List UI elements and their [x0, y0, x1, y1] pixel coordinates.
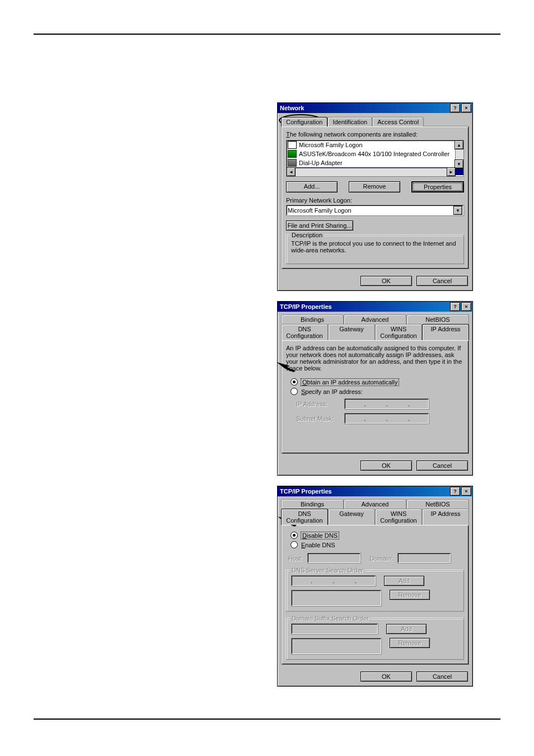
radio-disable-dns[interactable]: Disable DNS: [291, 532, 464, 539]
tab-label: Advanced: [362, 316, 389, 323]
add-label: Add: [399, 577, 410, 584]
tcpip-ip-tabs: Bindings Advanced NetBIOS DNS Configurat…: [278, 312, 472, 340]
primary-logon-value: Microsoft Family Logon: [288, 207, 352, 214]
domain-input: [397, 553, 451, 564]
radio-obtain-auto[interactable]: Obtain an IP address automatically: [291, 378, 464, 386]
radio-icon: [291, 388, 298, 395]
tab-label: NetBIOS: [425, 316, 449, 323]
properties-button-label: Properties: [424, 184, 452, 190]
description-group: Description TCP/IP is the protocol you u…: [286, 235, 464, 264]
tab-label: Gateway: [339, 510, 363, 517]
dial-icon: [288, 159, 297, 167]
help-icon[interactable]: ?: [450, 487, 460, 496]
tab-netbios[interactable]: NetBIOS: [406, 499, 469, 509]
page-rule-top: [34, 34, 500, 35]
remove-label: Remove: [399, 640, 421, 646]
file-print-sharing-button[interactable]: File and Print Sharing...: [286, 220, 353, 231]
dns-server-order-group: DNS Server Search Order ... Add Remove: [286, 570, 464, 612]
close-icon[interactable]: ×: [461, 487, 471, 496]
scroll-down-icon[interactable]: ▼: [455, 159, 463, 168]
list-item[interactable]: ASUSTeK/Broadcom 440x 10/100 Integrated …: [287, 149, 463, 158]
cancel-button[interactable]: Cancel: [416, 672, 468, 682]
tab-wins[interactable]: WINS Configuration: [375, 509, 422, 525]
tab-advanced[interactable]: Advanced: [344, 499, 406, 509]
close-icon[interactable]: ×: [461, 104, 471, 112]
tab-label: IP Address: [431, 510, 461, 517]
ok-button[interactable]: OK: [360, 276, 412, 286]
tab-wins[interactable]: WINS Configuration: [375, 324, 422, 340]
radio-specify-label: Specify an IP address:: [301, 388, 363, 395]
suffix-order-legend: Domain Suffix Search Order: [290, 615, 370, 622]
network-panel: The following network components are ins…: [281, 126, 469, 269]
radio-enable-dns[interactable]: Enable DNS: [291, 541, 464, 548]
suffix-remove-button: Remove: [390, 638, 430, 648]
list-item[interactable]: Microsoft Family Logon: [287, 140, 463, 149]
host-label: Host:: [288, 555, 303, 562]
add-label: Add: [401, 626, 412, 632]
tab-ip-address[interactable]: IP Address: [422, 509, 469, 525]
tab-bindings[interactable]: Bindings: [281, 314, 344, 324]
tab-bindings[interactable]: Bindings: [281, 499, 344, 509]
tcpip-ip-title: TCP/IP Properties: [280, 303, 332, 310]
tab-label: DNS Configuration: [286, 326, 322, 339]
radio-specify-ip[interactable]: Specify an IP address:: [291, 388, 464, 395]
tab-identification-label: Identification: [332, 119, 367, 125]
list-hscroll[interactable]: [287, 168, 456, 176]
tab-configuration[interactable]: Configuration: [281, 117, 327, 126]
remove-button-label: Remove: [363, 183, 386, 190]
tab-ip-address[interactable]: IP Address: [422, 324, 469, 340]
radio-icon: [291, 532, 298, 539]
primary-logon-label: Primary Network Logon:: [286, 197, 464, 204]
tab-label: Advanced: [362, 501, 389, 508]
tab-dns-config[interactable]: DNS Configuration: [281, 324, 328, 340]
network-titlebar: Network ? ×: [278, 103, 472, 113]
tcpip-dns-tabs: Bindings Advanced NetBIOS DNS Configurat…: [278, 496, 472, 524]
close-icon[interactable]: ×: [461, 302, 471, 311]
tab-gateway[interactable]: Gateway: [328, 509, 375, 525]
dns-order-list: [291, 590, 382, 607]
list-item[interactable]: Dial-Up Adapter: [287, 158, 463, 167]
ip-address-label: IP Address:: [296, 401, 340, 407]
properties-button[interactable]: Properties: [411, 181, 464, 192]
primary-logon-combo[interactable]: Microsoft Family Logon ▼: [286, 205, 464, 216]
tab-label: IP Address: [431, 326, 461, 332]
ip-address-input: ...: [344, 398, 429, 410]
description-legend: Description: [290, 232, 324, 238]
radio-enable-dns-label: Enable DNS: [301, 542, 335, 548]
scroll-up-icon[interactable]: ▲: [455, 140, 463, 149]
ok-button[interactable]: OK: [360, 672, 412, 682]
tcpip-ip-dialog: TCP/IP Properties ? × Bindings Advanced …: [277, 301, 473, 476]
remove-button[interactable]: Remove: [349, 181, 400, 192]
installed-label: The following network components are ins…: [286, 131, 464, 138]
tab-configuration-label: Configuration: [286, 119, 322, 125]
tcpip-dns-footer: OK Cancel: [278, 668, 472, 686]
tab-dns-config[interactable]: DNS Configuration: [281, 509, 328, 525]
tab-access-control[interactable]: Access Control: [372, 117, 424, 126]
tcpip-ip-footer: OK Cancel: [278, 457, 472, 475]
tab-label: Gateway: [339, 326, 363, 332]
components-list[interactable]: ▲ ▼ ◄ ► Microsoft Family Logon ASUSTeK/B…: [286, 140, 464, 177]
tab-label: Bindings: [301, 316, 324, 323]
chevron-down-icon[interactable]: ▼: [453, 206, 462, 215]
add-button[interactable]: Add...: [286, 181, 338, 192]
radio-obtain-auto-label: Obtain an IP address automatically: [301, 379, 399, 386]
dns-ip-input: ...: [291, 575, 376, 586]
suffix-add-button: Add: [386, 624, 427, 634]
help-icon[interactable]: ?: [450, 302, 460, 311]
tab-identification[interactable]: Identification: [327, 117, 372, 126]
scroll-left-icon[interactable]: ◄: [287, 167, 296, 176]
scroll-right-icon[interactable]: ►: [447, 167, 456, 176]
tab-gateway[interactable]: Gateway: [328, 324, 375, 340]
page-rule-bottom: [34, 719, 500, 720]
tab-netbios[interactable]: NetBIOS: [406, 314, 469, 324]
cancel-button[interactable]: Cancel: [416, 276, 468, 286]
help-icon[interactable]: ?: [450, 104, 460, 112]
tcpip-ip-titlebar: TCP/IP Properties ? ×: [278, 302, 472, 312]
tcpip-ip-panel: An IP address can be automatically assig…: [281, 340, 469, 454]
tab-advanced[interactable]: Advanced: [344, 314, 406, 324]
ok-button[interactable]: OK: [360, 461, 412, 471]
cancel-button[interactable]: Cancel: [416, 461, 468, 471]
list-item-label: Microsoft Family Logon: [299, 142, 363, 148]
tab-label: WINS Configuration: [380, 510, 416, 524]
cancel-label: Cancel: [433, 462, 452, 469]
